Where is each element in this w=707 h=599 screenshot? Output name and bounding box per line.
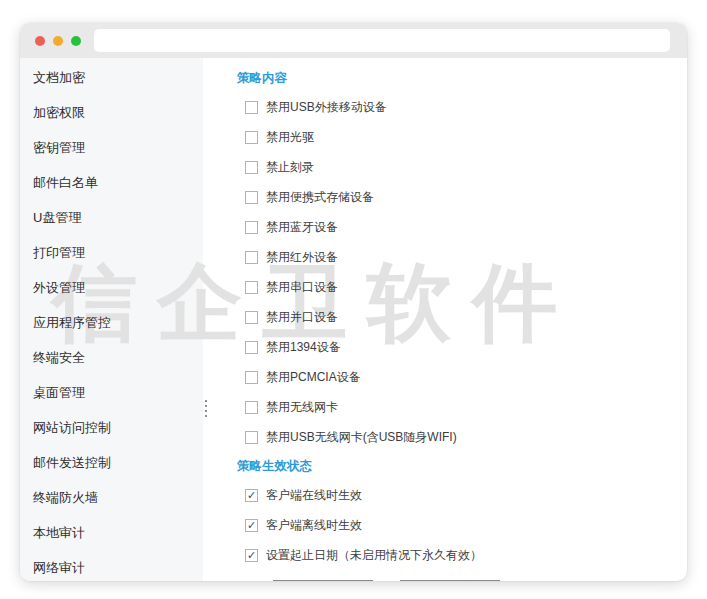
sidebar-item-5[interactable]: U盘管理 bbox=[20, 200, 203, 235]
checkbox-label: 设置起止日期（未启用情况下永久有效） bbox=[266, 547, 482, 564]
checkbox-unchecked-icon[interactable] bbox=[245, 341, 258, 354]
date-range-row bbox=[237, 572, 687, 581]
checkbox-row[interactable]: 禁用串口设备 bbox=[237, 272, 687, 302]
start-date-input[interactable] bbox=[273, 572, 373, 581]
checkbox-unchecked-icon[interactable] bbox=[245, 101, 258, 114]
checkbox-checked-icon[interactable]: ✓ bbox=[245, 549, 258, 562]
checkbox-row[interactable]: 禁用便携式存储设备 bbox=[237, 182, 687, 212]
checkbox-label: 禁用红外设备 bbox=[266, 249, 338, 266]
checkbox-unchecked-icon[interactable] bbox=[245, 371, 258, 384]
checkbox-row[interactable]: ✓客户端在线时生效 bbox=[237, 480, 687, 510]
main-panel: 策略内容 禁用USB外接移动设备禁用光驱禁止刻录禁用便携式存储设备禁用蓝牙设备禁… bbox=[203, 58, 687, 581]
checkbox-unchecked-icon[interactable] bbox=[245, 311, 258, 324]
policy-content-list: 禁用USB外接移动设备禁用光驱禁止刻录禁用便携式存储设备禁用蓝牙设备禁用红外设备… bbox=[237, 92, 687, 452]
checkbox-row[interactable]: 禁用无线网卡 bbox=[237, 392, 687, 422]
checkbox-label: 禁用并口设备 bbox=[266, 309, 338, 326]
checkbox-label: 禁用无线网卡 bbox=[266, 399, 338, 416]
checkbox-checked-icon[interactable]: ✓ bbox=[245, 519, 258, 532]
sidebar-item-4[interactable]: 邮件白名单 bbox=[20, 165, 203, 200]
sidebar-item-8[interactable]: 应用程序管控 bbox=[20, 305, 203, 340]
checkbox-unchecked-icon[interactable] bbox=[245, 281, 258, 294]
checkbox-unchecked-icon[interactable] bbox=[245, 191, 258, 204]
close-button[interactable] bbox=[35, 36, 45, 46]
drag-handle-icon[interactable] bbox=[205, 400, 207, 417]
checkbox-row[interactable]: 禁止刻录 bbox=[237, 152, 687, 182]
sidebar-item-11[interactable]: 网站访问控制 bbox=[20, 410, 203, 445]
checkbox-row[interactable]: 禁用红外设备 bbox=[237, 242, 687, 272]
policy-content-title: 策略内容 bbox=[237, 64, 687, 92]
checkbox-row[interactable]: ✓设置起止日期（未启用情况下永久有效） bbox=[237, 540, 687, 570]
end-date-input[interactable] bbox=[400, 572, 500, 581]
app-window: 信企卫软件 文档加密加密权限密钥管理邮件白名单U盘管理打印管理外设管理应用程序管… bbox=[20, 23, 687, 581]
checkbox-row[interactable]: ✓客户端离线时生效 bbox=[237, 510, 687, 540]
sidebar-item-2[interactable]: 加密权限 bbox=[20, 95, 203, 130]
window-controls bbox=[35, 36, 81, 46]
sidebar-item-10[interactable]: 桌面管理 bbox=[20, 375, 203, 410]
sidebar-item-3[interactable]: 密钥管理 bbox=[20, 130, 203, 165]
checkbox-row[interactable]: 禁用PCMCIA设备 bbox=[237, 362, 687, 392]
checkbox-unchecked-icon[interactable] bbox=[245, 251, 258, 264]
checkbox-checked-icon[interactable]: ✓ bbox=[245, 489, 258, 502]
checkbox-label: 禁用USB外接移动设备 bbox=[266, 99, 387, 116]
address-bar-input[interactable] bbox=[94, 29, 670, 52]
checkbox-label: 客户端在线时生效 bbox=[266, 487, 362, 504]
sidebar-item-15[interactable]: 网络审计 bbox=[20, 550, 203, 581]
checkbox-unchecked-icon[interactable] bbox=[245, 221, 258, 234]
policy-status-list: ✓客户端在线时生效✓客户端离线时生效✓设置起止日期（未启用情况下永久有效） bbox=[237, 480, 687, 570]
sidebar-item-14[interactable]: 本地审计 bbox=[20, 515, 203, 550]
zoom-button[interactable] bbox=[71, 36, 81, 46]
checkbox-unchecked-icon[interactable] bbox=[245, 131, 258, 144]
checkbox-unchecked-icon[interactable] bbox=[245, 431, 258, 444]
checkbox-unchecked-icon[interactable] bbox=[245, 401, 258, 414]
checkbox-label: 客户端离线时生效 bbox=[266, 517, 362, 534]
sidebar-item-1[interactable]: 文档加密 bbox=[20, 60, 203, 95]
checkbox-row[interactable]: 禁用USB无线网卡(含USB随身WIFI) bbox=[237, 422, 687, 452]
checkbox-label: 禁用便携式存储设备 bbox=[266, 189, 374, 206]
checkbox-row[interactable]: 禁用1394设备 bbox=[237, 332, 687, 362]
checkbox-label: 禁用光驱 bbox=[266, 129, 314, 146]
checkbox-row[interactable]: 禁用光驱 bbox=[237, 122, 687, 152]
sidebar-item-9[interactable]: 终端安全 bbox=[20, 340, 203, 375]
checkbox-label: 禁用1394设备 bbox=[266, 339, 341, 356]
checkbox-row[interactable]: 禁用USB外接移动设备 bbox=[237, 92, 687, 122]
content-area: 信企卫软件 文档加密加密权限密钥管理邮件白名单U盘管理打印管理外设管理应用程序管… bbox=[20, 58, 687, 581]
sidebar-item-13[interactable]: 终端防火墙 bbox=[20, 480, 203, 515]
sidebar-item-6[interactable]: 打印管理 bbox=[20, 235, 203, 270]
checkbox-label: 禁用USB无线网卡(含USB随身WIFI) bbox=[266, 429, 457, 446]
checkbox-label: 禁用PCMCIA设备 bbox=[266, 369, 361, 386]
minimize-button[interactable] bbox=[53, 36, 63, 46]
checkbox-unchecked-icon[interactable] bbox=[245, 161, 258, 174]
policy-status-title: 策略生效状态 bbox=[237, 452, 687, 480]
checkbox-label: 禁用串口设备 bbox=[266, 279, 338, 296]
checkbox-row[interactable]: 禁用蓝牙设备 bbox=[237, 212, 687, 242]
titlebar bbox=[20, 23, 687, 58]
sidebar-item-12[interactable]: 邮件发送控制 bbox=[20, 445, 203, 480]
checkbox-label: 禁用蓝牙设备 bbox=[266, 219, 338, 236]
sidebar: 文档加密加密权限密钥管理邮件白名单U盘管理打印管理外设管理应用程序管控终端安全桌… bbox=[20, 58, 203, 581]
checkbox-row[interactable]: 禁用并口设备 bbox=[237, 302, 687, 332]
checkbox-label: 禁止刻录 bbox=[266, 159, 314, 176]
sidebar-item-7[interactable]: 外设管理 bbox=[20, 270, 203, 305]
